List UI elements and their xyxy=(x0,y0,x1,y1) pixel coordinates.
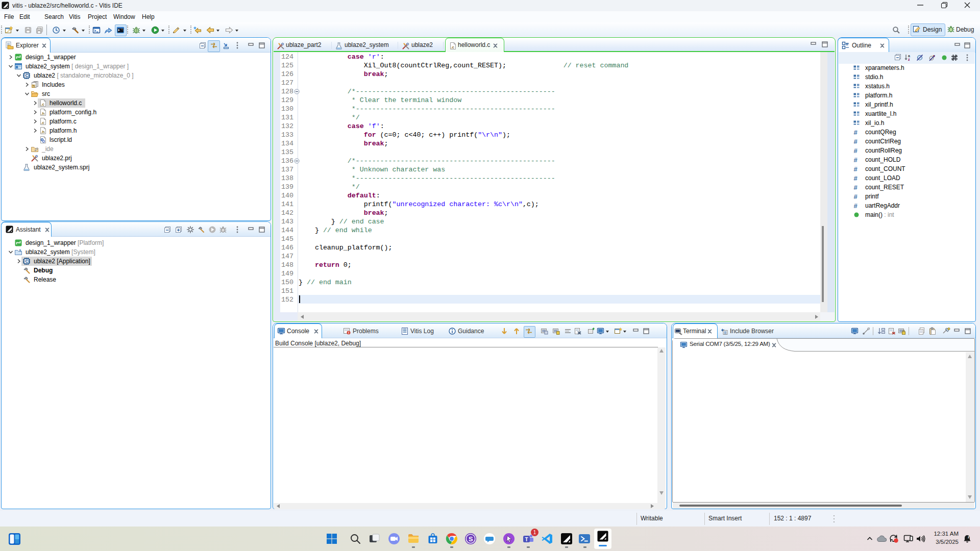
svg-text:S: S xyxy=(469,535,473,543)
svg-text:#: # xyxy=(854,147,858,155)
svg-text:#: # xyxy=(854,165,858,173)
svg-text:z: z xyxy=(908,58,910,61)
svg-text:#: # xyxy=(854,184,858,191)
svg-text:#: # xyxy=(854,174,858,182)
svg-text:.h: .h xyxy=(41,130,44,134)
svg-text:z: z xyxy=(968,535,970,539)
svg-text:.h: .h xyxy=(41,111,44,116)
svg-text:s: s xyxy=(19,248,21,252)
svg-text:#: # xyxy=(854,129,858,136)
svg-text:h: h xyxy=(33,84,35,88)
svg-text:.c: .c xyxy=(451,45,454,49)
svg-text:#: # xyxy=(854,138,858,145)
svg-text:C: C xyxy=(25,73,28,78)
svg-text:#: # xyxy=(854,193,858,201)
svg-text:a: a xyxy=(908,54,910,58)
svg-text:T: T xyxy=(525,537,528,542)
svg-text:#: # xyxy=(854,156,858,164)
svg-text:C: C xyxy=(25,259,28,264)
svg-text:.c: .c xyxy=(41,102,44,107)
svg-text:.c: .c xyxy=(41,120,44,125)
svg-text:#: # xyxy=(854,202,858,210)
